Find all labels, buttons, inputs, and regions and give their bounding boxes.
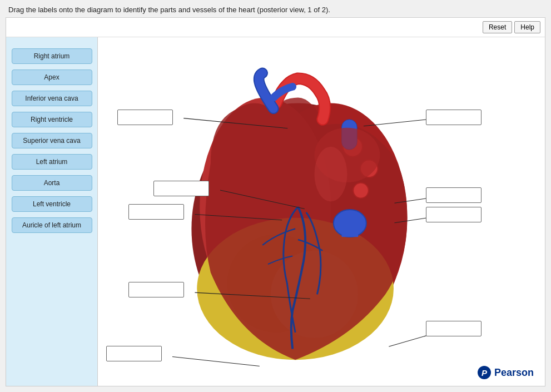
- label-auricle-left-atrium[interactable]: Auricle of left atrium: [12, 217, 92, 233]
- top-bar: Reset Help: [6, 18, 545, 37]
- drop-box-6[interactable]: [426, 110, 481, 125]
- label-left-ventricle[interactable]: Left ventricle: [12, 196, 92, 212]
- label-right-ventricle[interactable]: Right ventricle: [12, 112, 92, 127]
- heart-illustration: [165, 54, 431, 365]
- content-area: Right atrium Apex Inferior vena cava Rig…: [6, 37, 545, 386]
- label-left-atrium[interactable]: Left atrium: [12, 154, 92, 170]
- label-right-atrium[interactable]: Right atrium: [12, 48, 92, 64]
- help-button[interactable]: Help: [514, 21, 540, 33]
- label-superior-vena-cava[interactable]: Superior vena cava: [12, 133, 92, 148]
- main-panel: Reset Help Right atrium Apex Inferior ve…: [6, 17, 545, 386]
- drop-box-1[interactable]: [117, 110, 173, 125]
- reset-button[interactable]: Reset: [483, 21, 512, 33]
- pearson-wordmark: Pearson: [494, 367, 534, 379]
- drop-box-9[interactable]: [426, 321, 481, 336]
- drop-box-3[interactable]: [128, 204, 184, 220]
- svg-point-8: [353, 183, 369, 199]
- instruction-bar: Drag the labels onto the diagram to iden…: [0, 0, 551, 17]
- svg-rect-11: [342, 215, 358, 237]
- label-apex[interactable]: Apex: [12, 70, 92, 85]
- drop-box-7[interactable]: [426, 187, 481, 203]
- drop-box-4[interactable]: [128, 282, 184, 297]
- instruction-text: Drag the labels onto the diagram to iden…: [8, 6, 330, 14]
- outer-container: Drag the labels onto the diagram to iden…: [0, 0, 551, 392]
- drop-box-2[interactable]: [153, 181, 209, 196]
- label-inferior-vena-cava[interactable]: Inferior vena cava: [12, 91, 92, 106]
- diagram-area: P Pearson: [98, 37, 545, 386]
- drop-box-8[interactable]: [426, 207, 481, 222]
- pearson-brand: P Pearson: [478, 366, 534, 379]
- label-aorta[interactable]: Aorta: [12, 175, 92, 191]
- drop-box-5[interactable]: [106, 346, 162, 361]
- pearson-logo-icon: P: [478, 366, 491, 379]
- svg-point-13: [314, 147, 347, 201]
- labels-panel: Right atrium Apex Inferior vena cava Rig…: [6, 37, 98, 386]
